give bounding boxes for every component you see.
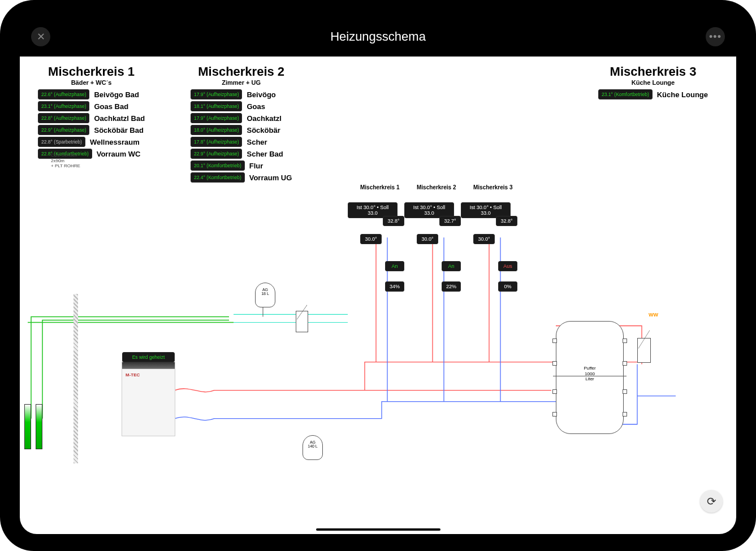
mixer2-title: Mischerkreis 2: [191, 64, 292, 79]
mixer1-subtitle: Bäder + WC´s: [38, 79, 145, 86]
room-row[interactable]: 23.1° (Aufheizphase)Goas Bad: [38, 101, 145, 111]
buffer-l3: Liter: [585, 376, 594, 381]
buffer-port: [623, 339, 627, 343]
circuit1-temp1: 32.8°: [383, 216, 404, 226]
buffer-port: [623, 412, 627, 416]
pipe-network: [20, 119, 736, 534]
room-status-badge: 23.1° (Komfortbetrieb): [598, 89, 653, 99]
buffer-port: [552, 412, 557, 416]
mixer2-subtitle: Zimmer + UG: [191, 79, 292, 86]
heating-diagram: Mischerkreis 1 Mischerkreis 2 Mischerkre…: [20, 119, 736, 534]
home-indicator: [316, 528, 440, 531]
circuit1-state: An: [385, 261, 404, 271]
room-name: Goas: [247, 102, 265, 111]
ag-upper-l1: AG: [256, 288, 275, 292]
room-status-badge: 17.9° (Aufheizphase): [191, 89, 242, 99]
mixer3-room-list: 23.1° (Komfortbetrieb)Küche Lounge: [598, 89, 708, 99]
heatpump-brand: M-TEC: [122, 369, 175, 381]
circuit3-state: Aus: [498, 261, 517, 271]
circuit2-temp2: 30.0°: [417, 234, 438, 244]
room-status-badge: 23.1° (Aufheizphase): [38, 101, 89, 111]
ag-upper-l2: 18 L: [256, 292, 275, 296]
heat-exchanger-small: [296, 311, 308, 332]
mixer3-title: Mischerkreis 3: [598, 64, 708, 79]
heatpump-status: Es wird geheizt: [122, 352, 175, 362]
room-name: Küche Lounge: [657, 90, 708, 99]
close-button[interactable]: ✕: [31, 27, 50, 46]
circuit2-pct: 22%: [442, 281, 461, 292]
circuit1-pct: 34%: [385, 281, 404, 292]
circuit3-temp2: 30.0°: [473, 234, 495, 244]
heatpump-unit: Es wird geheizt M-TEC: [122, 362, 175, 436]
mixer1-title: Mischerkreis 1: [38, 64, 145, 79]
buffer-port: [623, 361, 627, 366]
circuit2-label: Mischerkreis 2: [417, 184, 456, 190]
tablet-frame: ✕ Heizungsschema ••• Mischerkreis 1 Bäde…: [0, 0, 756, 551]
buffer-port: [552, 339, 557, 343]
probes-label: CO2-Sonden 2x90m + PLT ROHRE: [51, 153, 80, 169]
heatpump-top: [122, 362, 175, 369]
circuit2-temp1: 32.7°: [439, 216, 461, 226]
heat-exchanger-ww: [637, 338, 651, 363]
circuit3-pct: 0%: [498, 281, 517, 292]
room-row[interactable]: 23.1° (Komfortbetrieb)Küche Lounge: [598, 89, 708, 99]
close-icon: ✕: [37, 31, 45, 43]
refresh-icon: ⟳: [707, 494, 716, 508]
page-title: Heizungsschema: [330, 29, 426, 44]
buffer-l1: Puffer: [584, 366, 595, 371]
ww-label: WW: [649, 312, 658, 318]
circuit3-temp1: 32.8°: [496, 216, 517, 226]
screen: ✕ Heizungsschema ••• Mischerkreis 1 Bäde…: [20, 17, 736, 534]
room-row[interactable]: 17.9° (Aufheizphase)Beivögo: [191, 89, 292, 99]
content: Mischerkreis 1 Bäder + WC´s 22.6° (Aufhe…: [20, 57, 736, 534]
room-row[interactable]: 18.1° (Aufheizphase)Goas: [191, 101, 292, 111]
buffer-port: [623, 389, 627, 394]
room-name: Beivögo Bad: [94, 90, 139, 99]
mixer3-subtitle: Küche Lounge: [598, 79, 708, 86]
probe-icon: [36, 404, 42, 449]
ag-lower-l1: AG: [303, 440, 322, 444]
circuit2-state: An: [442, 261, 461, 271]
probe-icon: [24, 404, 31, 449]
buffer-tank: Puffer 1000 Liter: [556, 321, 624, 434]
ag-lower-l2: 140 L: [303, 444, 322, 448]
expansion-tank-lower: AG 140 L: [303, 435, 323, 460]
circuit1-label: Mischerkreis 1: [360, 184, 400, 190]
room-row[interactable]: 22.6° (Aufheizphase)Beivögo Bad: [38, 89, 145, 99]
buffer-port: [552, 361, 557, 366]
room-name: Goas Bad: [94, 102, 128, 111]
wall-divider: [74, 294, 78, 463]
expansion-tank-upper: AG 18 L: [255, 283, 275, 307]
more-button[interactable]: •••: [706, 27, 725, 46]
header: ✕ Heizungsschema •••: [20, 17, 736, 57]
more-icon: •••: [709, 31, 722, 43]
buffer-label: Puffer 1000 Liter: [556, 366, 623, 382]
room-status-badge: 22.6° (Aufheizphase): [38, 89, 89, 99]
circuit3-label: Mischerkreis 3: [473, 184, 513, 190]
buffer-port: [552, 389, 557, 394]
ground-probes: [22, 401, 56, 469]
room-name: Beivögo: [247, 90, 275, 99]
refresh-button[interactable]: ⟳: [700, 490, 723, 513]
mixer3-column: Mischerkreis 3 Küche Lounge 23.1° (Komfo…: [598, 64, 708, 101]
circuit1-temp2: 30.0°: [360, 234, 382, 244]
room-status-badge: 18.1° (Aufheizphase): [191, 101, 242, 111]
buffer-divider: [553, 376, 627, 376]
